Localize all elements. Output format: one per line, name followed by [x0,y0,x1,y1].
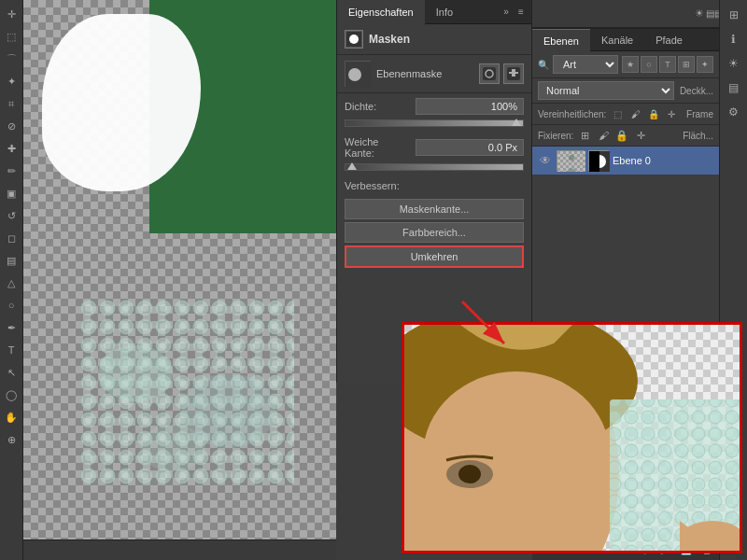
maskenkante-button[interactable]: Maskenkante... [345,199,524,219]
right-tool-1[interactable]: ⊞ [723,4,745,26]
masken-header-icon [345,30,363,49]
layer-thumb [345,61,371,87]
hand-icon[interactable]: ✋ [1,407,21,427]
flaechen-label: Fläch... [683,131,713,141]
layer-row[interactable]: 👁 [532,147,719,175]
umkehren-button[interactable]: Umkehren [345,245,524,268]
eraser-icon[interactable]: ◻ [1,228,21,248]
dichte-value[interactable]: 100% [416,98,524,115]
fixieren-row: Fixieren: ⊞ 🖌 🔒 ✛ Fläch... [532,125,719,147]
layer-mask-thumbnail [588,150,609,171]
farbbereich-button[interactable]: Farbbereich... [345,222,524,243]
vereinheitlichen-label: Vereinheitlichen: [538,109,606,119]
fix-icon-3[interactable]: 🔒 [614,128,629,143]
right-tool-4[interactable]: ▤ [723,77,745,99]
tab-kanaele[interactable]: Kanäle [590,29,644,51]
right-tool-3[interactable]: ☀ [723,52,745,75]
panel-menu-icon[interactable]: ≡ [514,6,528,19]
layers-search-row: 🔍 Art ★ ○ T ⊞ ✦ [532,51,719,78]
weiche-kante-value[interactable]: 0.0 Px [416,139,524,156]
vereinheitlichen-row: Vereinheitlichen: ⬚ 🖌 🔒 ✛ Frame [532,104,719,125]
filter-icon-4[interactable]: ⊞ [678,56,695,73]
vrow-icon-2[interactable]: 🖌 [628,106,642,121]
blur-icon[interactable]: △ [1,273,21,293]
svg-point-25 [569,155,574,161]
tab-ebenen[interactable]: Ebenen [532,29,590,51]
layers-tabs: Ebenen Kanäle Pfade [532,29,719,51]
sun-icon[interactable]: ☀ [695,7,704,20]
brush-icon[interactable]: ✏ [1,161,21,181]
pen-icon[interactable]: ✒ [1,317,21,338]
layer-mask-buttons [479,63,524,84]
svg-rect-28 [589,151,599,172]
canvas-area [23,0,336,560]
masken-header: Masken [337,24,531,55]
frame-label: Frame [686,109,713,119]
tab-info[interactable]: Info [425,0,464,24]
mask-btn-2[interactable] [503,63,524,84]
left-toolbar: ✛ ⬚ ⌒ ✦ ⌗ ⊘ ✚ ✏ ▣ ↺ ◻ ▤ △ ○ ✒ T ↖ ◯ ✋ ⊕ [0,0,23,560]
svg-rect-11 [483,67,496,80]
svg-point-7 [349,35,359,44]
weiche-kante-label: Weiche Kante: [345,136,410,159]
tab-pfade[interactable]: Pfade [644,29,694,51]
fix-icon-4[interactable]: ✛ [633,128,648,143]
stamp-icon[interactable]: ▣ [1,183,21,203]
gradient-icon[interactable]: ▤ [1,250,21,271]
search-icon: 🔍 [538,60,549,70]
select-tool-icon[interactable]: ⬚ [1,26,21,47]
right-tool-5[interactable]: ⚙ [723,101,745,123]
svg-rect-10 [345,62,372,88]
dichte-slider[interactable] [345,119,524,127]
layer-name: Ebene 0 [613,155,713,166]
move-tool-icon[interactable]: ✛ [1,4,21,24]
path-select-icon[interactable]: ↖ [1,362,21,383]
preview-popup [402,322,742,553]
filter-icon-1[interactable]: ★ [622,56,639,73]
layer-visibility-icon[interactable]: 👁 [538,153,553,168]
mask-btn-1[interactable] [479,63,500,84]
filter-icon-3[interactable]: T [659,56,676,73]
verbessern-row: Verbessern: [337,175,531,196]
preview-image [404,325,740,551]
dichte-label: Dichte: [345,101,410,112]
blend-mode-select[interactable]: Normal [538,81,674,100]
masken-title: Masken [369,33,410,46]
weiche-kante-row: Weiche Kante: 0.0 Px [337,132,531,163]
svg-point-40 [458,465,481,483]
tab-eigenschaften[interactable]: Eigenschaften [337,0,425,24]
panel-arrow-icon[interactable]: » [500,6,513,19]
canvas-status-bar [23,539,336,560]
vrow-icon-4[interactable]: ✛ [665,106,679,121]
blend-mode-row: Normal Deckk... [532,78,719,104]
verbessern-label: Verbessern: [345,180,410,191]
weiche-kante-slider-row [337,163,531,175]
right-tool-2[interactable]: ℹ [723,28,745,50]
preview-face-svg [404,325,742,553]
vrow-icon-1[interactable]: ⬚ [610,106,624,121]
shape-icon[interactable]: ◯ [1,385,21,405]
dodge-icon[interactable]: ○ [1,295,21,315]
filter-icon-5[interactable]: ✦ [697,56,713,73]
fix-icon-2[interactable]: 🖌 [596,128,611,143]
crop-tool-icon[interactable]: ⌗ [1,93,21,114]
dichte-slider-row [337,119,531,132]
layers-filter-icons: ★ ○ T ⊞ ✦ [622,56,713,73]
svg-rect-15 [512,69,515,77]
svg-point-3 [98,345,173,401]
magic-wand-icon[interactable]: ✦ [1,71,21,91]
heal-icon[interactable]: ✚ [1,138,21,159]
history-icon[interactable]: ↺ [1,205,21,226]
dichte-row: Dichte: 100% [337,93,531,119]
weiche-kante-slider[interactable] [345,163,524,171]
eyedrop-icon[interactable]: ⊘ [1,116,21,136]
zoom-icon[interactable]: ⊕ [1,429,21,450]
layer-type-select[interactable]: Art [553,55,618,74]
svg-point-5 [140,425,205,471]
vrow-icon-3[interactable]: 🔒 [646,106,660,121]
type-icon[interactable]: T [1,340,21,360]
lasso-tool-icon[interactable]: ⌒ [1,49,21,69]
panel-tabs: Eigenschaften Info » ≡ [337,0,531,24]
filter-icon-2[interactable]: ○ [641,56,657,73]
fix-icon-1[interactable]: ⊞ [577,128,592,143]
